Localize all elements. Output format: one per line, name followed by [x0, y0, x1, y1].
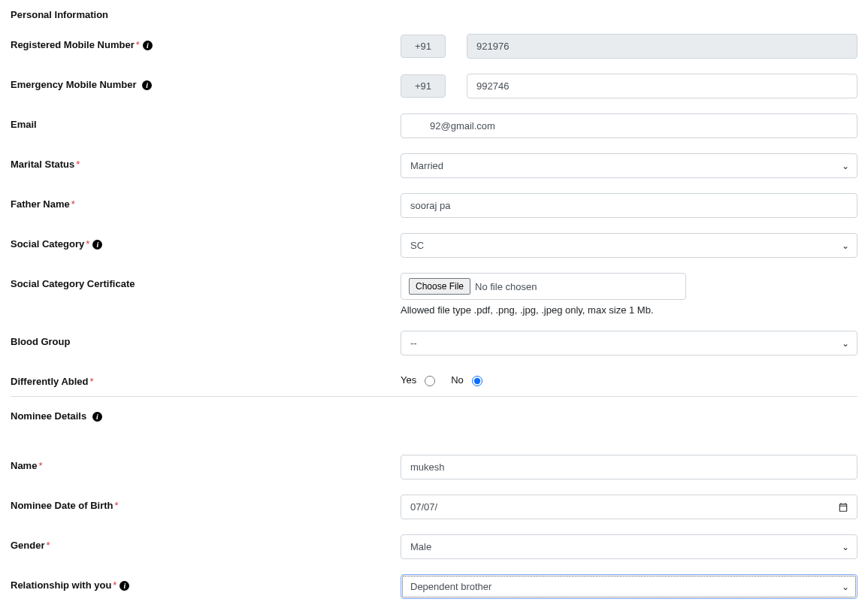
gender-select[interactable]: Male ⌄ — [401, 534, 857, 559]
nominee-details-heading: Nominee Details i — [11, 410, 857, 422]
social-cert-label: Social Category Certificate — [11, 273, 401, 291]
differently-abled-no-radio[interactable] — [472, 376, 482, 386]
gender-label: Gender* — [11, 534, 401, 552]
social-category-label: Social Category*i — [11, 233, 401, 251]
nominee-dob-input[interactable] — [401, 495, 857, 519]
registered-mobile-input — [467, 34, 857, 59]
required-asterisk: * — [111, 579, 116, 591]
relationship-label: Relationship with you*i — [11, 574, 401, 592]
registered-mobile-label: Registered Mobile Number*i — [11, 34, 401, 52]
required-asterisk: * — [74, 159, 80, 170]
nominee-name-input[interactable] — [401, 455, 857, 479]
required-asterisk: * — [84, 238, 89, 250]
info-icon[interactable]: i — [92, 412, 102, 422]
required-asterisk: * — [45, 540, 50, 551]
required-asterisk: * — [113, 500, 119, 511]
section-divider — [11, 396, 857, 397]
choose-file-button[interactable]: Choose File — [409, 278, 470, 295]
chevron-down-icon: ⌄ — [842, 338, 849, 349]
calendar-icon[interactable] — [838, 502, 848, 513]
info-icon[interactable]: i — [119, 581, 129, 591]
info-icon[interactable]: i — [142, 80, 152, 90]
father-name-label: Father Name* — [11, 193, 401, 211]
differently-abled-no-label[interactable]: No — [451, 374, 485, 386]
blood-group-select[interactable]: -- ⌄ — [401, 331, 857, 355]
marital-status-select[interactable]: Married ⌄ — [401, 153, 857, 178]
emergency-mobile-label: Emergency Mobile Number i — [11, 74, 401, 92]
info-icon[interactable]: i — [143, 41, 153, 50]
nominee-name-label: Name* — [11, 455, 401, 473]
file-status-text: No file chosen — [475, 281, 537, 292]
required-asterisk: * — [89, 376, 94, 387]
blood-group-label: Blood Group — [11, 331, 401, 349]
differently-abled-label: Differently Abled* — [11, 371, 401, 389]
country-code-prefix: +91 — [401, 35, 446, 58]
required-asterisk: * — [135, 39, 140, 50]
country-code-prefix: +91 — [401, 74, 446, 98]
father-name-input[interactable] — [401, 193, 857, 218]
marital-status-label: Marital Status* — [11, 153, 401, 171]
email-input[interactable] — [401, 113, 857, 138]
emergency-mobile-input[interactable] — [467, 74, 857, 98]
social-category-select[interactable]: SC ⌄ — [401, 233, 857, 258]
chevron-down-icon: ⌄ — [842, 240, 849, 251]
personal-info-heading: Personal Information — [11, 9, 857, 20]
required-asterisk: * — [37, 460, 42, 471]
chevron-down-icon: ⌄ — [842, 582, 849, 592]
file-input-wrapper[interactable]: Choose File No file chosen — [401, 273, 686, 300]
nominee-dob-label: Nominee Date of Birth* — [11, 495, 401, 513]
required-asterisk: * — [70, 198, 75, 210]
file-hint-text: Allowed file type .pdf, .png, .jpg, .jpe… — [401, 304, 857, 316]
differently-abled-yes-label[interactable]: Yes — [401, 374, 437, 386]
info-icon[interactable]: i — [92, 240, 102, 250]
email-label: Email — [11, 113, 401, 132]
relationship-select[interactable]: Dependent brother ⌄ — [401, 574, 857, 599]
chevron-down-icon: ⌄ — [842, 161, 849, 171]
chevron-down-icon: ⌄ — [842, 542, 849, 552]
differently-abled-yes-radio[interactable] — [425, 376, 435, 386]
